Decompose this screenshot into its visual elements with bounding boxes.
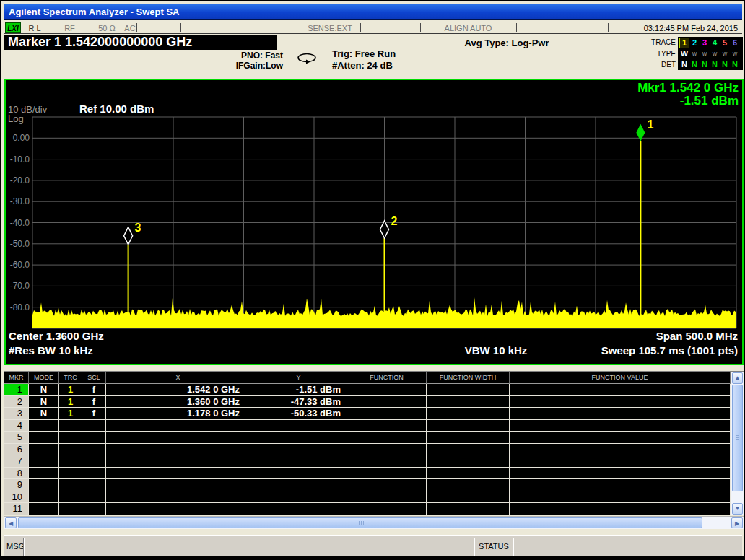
cell-x: 1.178 0 GHz bbox=[106, 408, 250, 420]
marker-table-row[interactable]: 7 bbox=[4, 455, 744, 468]
cell-y bbox=[250, 491, 347, 504]
trace-4-button[interactable]: 4 bbox=[710, 38, 720, 48]
remote-local-indicator: R L bbox=[22, 23, 48, 33]
trace-det-indicator: N bbox=[730, 60, 740, 69]
marker-table-row[interactable]: 3N1f1.178 0 GHz-50.33 dBm bbox=[4, 408, 744, 420]
cell-x bbox=[106, 455, 250, 468]
trace-5-button[interactable]: 5 bbox=[720, 38, 730, 48]
datetime: 03:12:45 PM Feb 24, 2015 bbox=[644, 23, 738, 33]
chevron-left-icon: ◀ bbox=[9, 520, 13, 527]
cell-mkr: 9 bbox=[4, 479, 29, 491]
cell-scl: f bbox=[82, 408, 106, 420]
horizontal-scroll-thumb[interactable] bbox=[18, 517, 702, 528]
cell-x: 1.360 0 GHz bbox=[106, 396, 250, 408]
marker-table-row[interactable]: 6 bbox=[4, 444, 744, 456]
trace-2-button[interactable]: 2 bbox=[689, 38, 700, 48]
vbw-label: VBW 10 kHz bbox=[438, 344, 554, 356]
cell-y: -47.33 dBm bbox=[250, 396, 347, 408]
cell-function_width bbox=[427, 503, 510, 515]
cell-function bbox=[347, 468, 427, 480]
cell-y bbox=[250, 444, 347, 456]
cell-scl bbox=[82, 432, 106, 444]
ifgain-annotation: IFGain:Low bbox=[211, 61, 283, 71]
chevron-right-icon: ▶ bbox=[735, 520, 739, 527]
svg-text:-60.0: -60.0 bbox=[10, 260, 30, 270]
atten-annotation: #Atten: 24 dB bbox=[332, 61, 393, 71]
log-scale-label: Log bbox=[8, 113, 24, 124]
avg-type-annotation: Avg Type: Log-Pwr bbox=[424, 38, 590, 48]
svg-text:3: 3 bbox=[135, 222, 141, 234]
marker-table-row[interactable]: 5 bbox=[4, 432, 744, 444]
continuous-sweep-icon bbox=[296, 53, 318, 67]
vertical-scrollbar[interactable]: ▲ ▼ bbox=[731, 372, 744, 515]
cell-mode bbox=[29, 468, 59, 480]
chevron-down-icon: ▼ bbox=[735, 505, 741, 512]
cell-trc bbox=[59, 455, 82, 468]
cell-x bbox=[106, 503, 250, 515]
cell-function_width bbox=[427, 396, 510, 408]
cell-scl bbox=[82, 468, 106, 480]
cell-function bbox=[347, 432, 427, 444]
status-strip: LXI R L RF 50 Ω AC SENSE:EXT ALIGN AUTO … bbox=[4, 22, 742, 34]
scroll-left-button[interactable]: ◀ bbox=[5, 517, 17, 528]
marker-table-row[interactable]: 11 bbox=[4, 503, 744, 515]
cell-mode bbox=[29, 444, 59, 456]
spectrum-plot: 0.00-10.0-20.0-30.0-40.0-50.0-60.0-70.0-… bbox=[6, 80, 742, 364]
cell-y: -1.51 dBm bbox=[250, 384, 347, 396]
marker-table-row[interactable]: 10 bbox=[4, 491, 744, 504]
trace-3-button[interactable]: 3 bbox=[700, 38, 710, 48]
cell-function bbox=[347, 384, 427, 396]
center-freq-label: Center 1.3600 GHz bbox=[9, 330, 104, 342]
trace-type-indicator: w bbox=[720, 49, 730, 58]
cell-trc bbox=[59, 432, 82, 444]
cell-y bbox=[250, 479, 347, 491]
marker-table-row[interactable]: 2N1f1.360 0 GHz-47.33 dBm bbox=[4, 396, 744, 408]
marker-table-row[interactable]: 9 bbox=[4, 479, 744, 491]
scroll-down-button[interactable]: ▼ bbox=[732, 503, 743, 515]
bottom-edge bbox=[1, 556, 744, 559]
cell-function bbox=[347, 408, 427, 420]
pno-annotation: PNO: Fast bbox=[211, 51, 283, 61]
trace-6-button[interactable]: 6 bbox=[730, 38, 740, 48]
cell-scl bbox=[82, 491, 106, 504]
svg-text:-80.0: -80.0 bbox=[10, 302, 30, 312]
cell-scl bbox=[82, 444, 106, 456]
trace-type-indicator: W bbox=[679, 49, 689, 58]
marker-table-row[interactable]: 4 bbox=[4, 420, 744, 432]
cell-mkr: 10 bbox=[4, 491, 29, 504]
divider bbox=[360, 23, 361, 32]
sense-indicator: SENSE:EXT bbox=[300, 23, 360, 33]
cell-function bbox=[347, 455, 427, 468]
column-header-scl: SCL bbox=[82, 372, 106, 384]
cell-function_width bbox=[427, 479, 510, 491]
message-status-bar: MSG STATUS bbox=[4, 535, 742, 557]
vertical-scroll-thumb[interactable] bbox=[732, 385, 743, 491]
cell-function_value bbox=[510, 420, 731, 432]
cell-mode: N bbox=[29, 396, 59, 408]
spectrum-display: 0.00-10.0-20.0-30.0-40.0-50.0-60.0-70.0-… bbox=[4, 79, 744, 365]
marker-table-row[interactable]: 8 bbox=[4, 468, 744, 480]
cell-function_width bbox=[427, 444, 510, 456]
scroll-up-button[interactable]: ▲ bbox=[732, 372, 743, 384]
marker-table-row[interactable]: 1N1f1.542 0 GHz-1.51 dBm bbox=[4, 384, 744, 396]
divider bbox=[92, 23, 92, 32]
trace-1-button[interactable]: 1 bbox=[679, 38, 689, 48]
cell-scl: f bbox=[82, 384, 106, 396]
cell-mode: N bbox=[29, 408, 59, 420]
cell-function bbox=[347, 396, 427, 408]
svg-text:-20.0: -20.0 bbox=[10, 175, 30, 185]
cell-trc bbox=[59, 479, 82, 491]
column-header-mkr: MKR bbox=[4, 372, 29, 384]
cell-function bbox=[347, 420, 427, 432]
horizontal-scrollbar[interactable]: ◀ ▶ bbox=[4, 516, 744, 529]
cell-trc: 1 bbox=[59, 384, 82, 396]
cell-trc bbox=[59, 444, 82, 456]
cell-mode bbox=[29, 455, 59, 468]
cell-scl bbox=[82, 479, 106, 491]
svg-text:-40.0: -40.0 bbox=[10, 218, 30, 228]
trace-type-indicator: w bbox=[710, 49, 720, 58]
cell-mkr: 8 bbox=[4, 468, 29, 480]
cell-mkr: 4 bbox=[4, 420, 29, 432]
trace-det-indicator: N bbox=[720, 60, 730, 69]
scroll-right-button[interactable]: ▶ bbox=[731, 517, 743, 528]
